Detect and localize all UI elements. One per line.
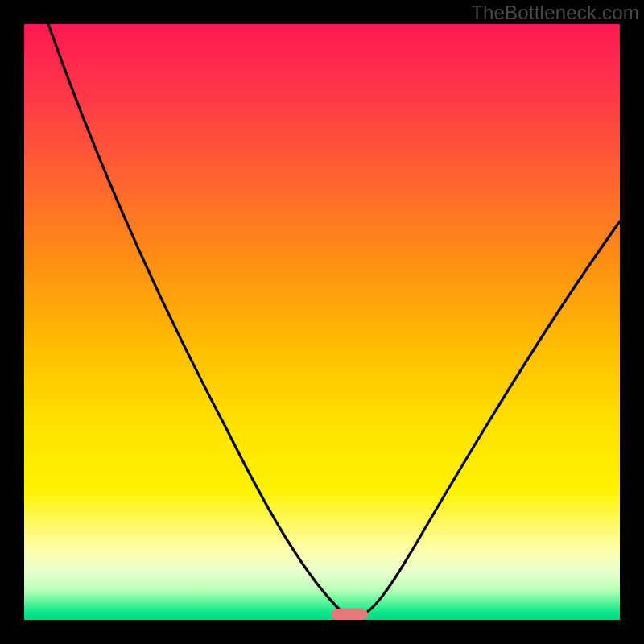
plot-area <box>24 24 620 620</box>
watermark-text: TheBottleneck.com <box>471 2 639 24</box>
chart-frame: TheBottleneck.com <box>0 0 644 644</box>
bottleneck-curve <box>24 24 620 620</box>
curve-path <box>48 24 620 618</box>
optimal-marker <box>331 609 368 620</box>
